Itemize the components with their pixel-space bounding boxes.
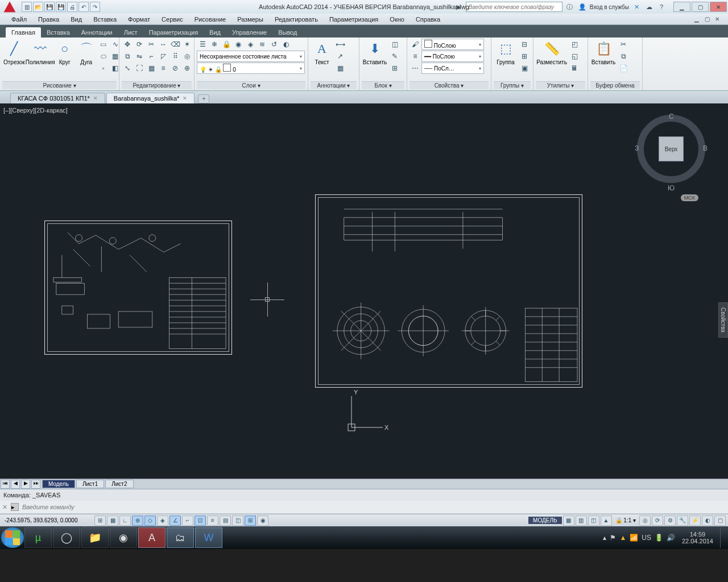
group-title-block[interactable]: Блок ▾ xyxy=(362,81,404,89)
ungroup-icon[interactable]: ⊟ xyxy=(519,39,530,50)
viewcube-top-face[interactable]: Верх xyxy=(659,136,684,161)
insert-button[interactable]: ⬇Вставить xyxy=(362,39,388,66)
layout-tab-model[interactable]: Модель xyxy=(42,480,75,488)
group-button[interactable]: ⬚Группа xyxy=(494,39,518,66)
layer-state-combo[interactable]: Несохраненное состояние листа▾ xyxy=(197,51,305,62)
lweight-combo[interactable]: ━━ ПоСлою▾ xyxy=(421,51,484,62)
lwt-button[interactable]: ≡ xyxy=(207,516,218,526)
offset-icon[interactable]: ◎ xyxy=(181,51,193,62)
ltype-combo[interactable]: ── ПоСл…▾ xyxy=(421,63,484,74)
exchange-icon[interactable]: ✕ xyxy=(631,2,642,12)
task-chrome-icon[interactable]: ◉ xyxy=(110,527,137,548)
attr-icon[interactable]: ⊞ xyxy=(389,63,400,74)
paste-button[interactable]: 📋Вставить xyxy=(590,39,617,66)
close-cmd-icon[interactable]: ✕ xyxy=(2,504,7,511)
layeriso-icon[interactable]: ◈ xyxy=(245,39,256,50)
task-explorer-icon[interactable]: 📁 xyxy=(81,527,109,548)
array-icon[interactable]: ⠿ xyxy=(169,51,181,62)
group-title-draw[interactable]: Рисование ▾ xyxy=(2,81,117,89)
lweight-icon[interactable]: ≡ xyxy=(410,51,421,62)
sb-annovisibility-icon[interactable]: ◎ xyxy=(639,516,651,526)
minimize-button[interactable]: ▁ xyxy=(673,2,690,12)
tray-network-icon[interactable]: 📶 xyxy=(630,534,638,542)
mirror-icon[interactable]: ⇋ xyxy=(134,51,145,62)
group-title-modify[interactable]: Редактирование ▾ xyxy=(122,81,192,89)
menu-tools[interactable]: Сервис xyxy=(156,16,189,23)
erase-icon[interactable]: ⌫ xyxy=(169,39,181,50)
tray-flag-icon[interactable]: ⚑ xyxy=(610,534,616,542)
explode-icon[interactable]: ✶ xyxy=(181,39,193,50)
grid-button[interactable]: ▦ xyxy=(107,516,118,526)
file-tab-1[interactable]: КГАСА СФ 0301051 КП1*✕ xyxy=(10,93,105,103)
arrayrect-icon[interactable]: ▦ xyxy=(146,63,157,74)
task-folder-icon[interactable]: 🗂 xyxy=(167,527,194,548)
fillet-icon[interactable]: ⌐ xyxy=(146,51,157,62)
layerwalk-icon[interactable]: ◐ xyxy=(280,39,292,50)
menu-view[interactable]: Вид xyxy=(65,16,88,23)
sb-isolate-icon[interactable]: ◐ xyxy=(702,516,713,526)
menu-draw[interactable]: Рисование xyxy=(189,16,231,23)
table-icon[interactable]: ▦ xyxy=(334,63,346,74)
new-tab-button[interactable]: + xyxy=(198,94,209,103)
tray-gdrive-icon[interactable]: ▲ xyxy=(619,534,626,542)
qp-button[interactable]: ◫ xyxy=(232,516,243,526)
line-button[interactable]: ╱Отрезок xyxy=(2,39,26,66)
view-label[interactable]: [–][Сверху][2D-каркас] xyxy=(3,107,68,114)
extend-icon[interactable]: ↔ xyxy=(158,39,169,50)
ltype-icon[interactable]: ⋯ xyxy=(410,63,421,74)
annotation-scale[interactable]: 🔒 1:1 ▾ xyxy=(613,517,638,523)
layerprev-icon[interactable]: ↺ xyxy=(268,39,280,50)
qat-saveas-icon[interactable]: 💾 xyxy=(56,2,66,12)
scale-icon[interactable]: ⛶ xyxy=(134,63,145,74)
layout-tab-2[interactable]: Лист2 xyxy=(105,480,133,488)
layout-nav-first[interactable]: ⏮ xyxy=(1,480,10,489)
sb-qvlayout-icon[interactable]: ◫ xyxy=(588,516,599,526)
maximize-button[interactable]: ▢ xyxy=(692,2,709,12)
ribbon-tab-home[interactable]: Главная xyxy=(6,27,41,38)
qat-save-icon[interactable]: 💾 xyxy=(44,2,55,12)
menu-modify[interactable]: Редактировать xyxy=(269,16,324,23)
task-word-icon[interactable]: W xyxy=(195,527,222,548)
3dosnap-button[interactable]: ◈ xyxy=(157,516,168,526)
otrack-button[interactable]: ∠ xyxy=(169,516,181,526)
qat-undo-icon[interactable]: ↶ xyxy=(78,2,89,12)
group-title-groups[interactable]: Группы ▾ xyxy=(494,81,531,89)
circle-button[interactable]: ○Круг xyxy=(55,39,75,66)
sb-clean-icon[interactable]: ▢ xyxy=(714,516,726,526)
close-tab-icon[interactable]: ✕ xyxy=(183,95,187,101)
measure-button[interactable]: 📏Разместить xyxy=(536,39,568,66)
arc-button[interactable]: ⌒Дуга xyxy=(76,39,97,66)
login-label[interactable]: Вход в службы xyxy=(590,4,629,10)
search-input[interactable] xyxy=(466,2,562,12)
osnap-button[interactable]: ◇ xyxy=(144,516,156,526)
sb-ws-icon[interactable]: ⚙ xyxy=(664,516,676,526)
sb-quickview-icon[interactable]: ▥ xyxy=(576,516,587,526)
show-desktop-button[interactable] xyxy=(720,527,725,548)
tray-clock[interactable]: 14:5922.04.2014 xyxy=(679,531,717,544)
task-utorrent-icon[interactable]: µ xyxy=(24,527,52,548)
layeroff-icon[interactable]: ◉ xyxy=(233,39,244,50)
edit-block-icon[interactable]: ✎ xyxy=(389,51,400,62)
app-logo-icon[interactable] xyxy=(2,0,17,14)
create-block-icon[interactable]: ◫ xyxy=(389,39,400,50)
copy-clip-icon[interactable]: ⧉ xyxy=(618,51,629,62)
ortho-button[interactable]: ∟ xyxy=(119,516,131,526)
sb-grid-icon[interactable]: ▦ xyxy=(563,516,574,526)
layer-combo[interactable]: 💡 ☀ 🔓 0▾ xyxy=(197,63,305,74)
menu-file[interactable]: Файл xyxy=(6,16,32,23)
layerlock-icon[interactable]: 🔒 xyxy=(221,39,232,50)
start-button[interactable] xyxy=(1,527,24,548)
layerprops-icon[interactable]: ☰ xyxy=(197,39,208,50)
properties-panel-tab[interactable]: Свойства xyxy=(718,302,728,338)
command-input[interactable] xyxy=(22,504,726,510)
am-button[interactable]: ◉ xyxy=(257,516,268,526)
sb-autoscale-icon[interactable]: ⟳ xyxy=(652,516,663,526)
qat-new-icon[interactable]: ▥ xyxy=(22,2,32,12)
dyn-button[interactable]: ⊡ xyxy=(195,516,206,526)
groupbox-icon[interactable]: ▣ xyxy=(519,63,530,74)
snap-button[interactable]: ⊞ xyxy=(94,516,106,526)
wcs-label[interactable]: МСК xyxy=(681,194,698,201)
ribbon-tab-annotate[interactable]: Аннотации xyxy=(76,27,118,38)
mdi-restore-icon[interactable]: ▢ xyxy=(702,16,712,22)
ribbon-tab-view[interactable]: Вид xyxy=(204,27,226,38)
